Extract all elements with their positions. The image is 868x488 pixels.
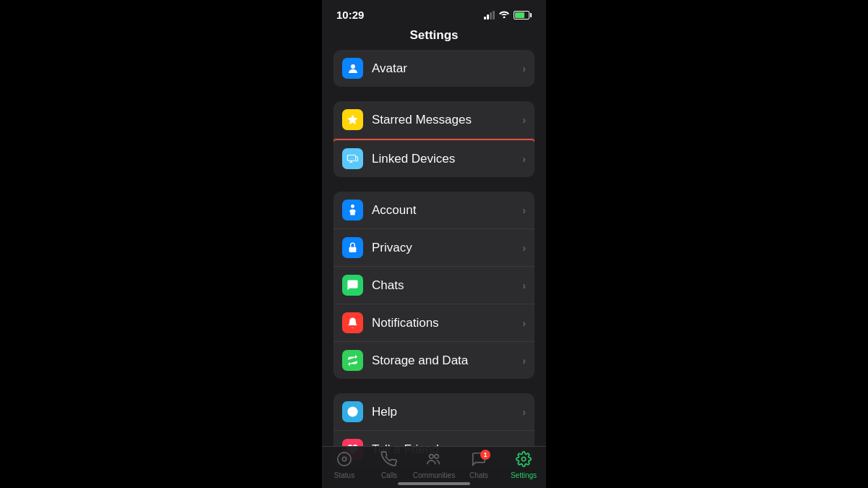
settings-row-avatar[interactable]: Avatar › — [333, 50, 535, 87]
chats-badge: 1 — [480, 450, 490, 460]
section-messages: Starred Messages › Linked Devices › — [333, 101, 535, 177]
status-time: 10:29 — [336, 9, 364, 21]
status-icons — [484, 9, 532, 20]
privacy-chevron: › — [522, 242, 526, 254]
settings-row-help[interactable]: i Help › — [333, 393, 535, 431]
svg-point-10 — [435, 455, 439, 459]
storage-data-label: Storage and Data — [372, 354, 522, 368]
settings-row-notifications[interactable]: Notifications › — [333, 304, 535, 342]
svg-rect-4 — [349, 247, 357, 252]
battery-icon — [514, 11, 532, 20]
svg-point-9 — [430, 455, 434, 459]
chats-icon-box — [342, 275, 363, 296]
settings-row-privacy[interactable]: Privacy › — [333, 229, 535, 267]
tab-calls[interactable]: Calls — [367, 451, 412, 479]
privacy-icon-box — [342, 237, 363, 258]
svg-point-8 — [342, 457, 346, 461]
section-avatar: Avatar › — [333, 50, 535, 87]
linked-devices-icon-box — [342, 148, 363, 169]
notifications-icon-box — [342, 312, 363, 333]
phone-screen: 10:29 Settings — [322, 0, 546, 488]
starred-messages-label: Starred Messages — [372, 113, 522, 127]
tab-status[interactable]: Status — [322, 451, 367, 479]
linked-devices-label: Linked Devices — [372, 152, 522, 166]
chats-label: Chats — [372, 278, 522, 293]
avatar-label: Avatar — [372, 61, 522, 76]
settings-row-linked-devices[interactable]: Linked Devices › — [333, 139, 535, 177]
help-label: Help — [372, 405, 522, 419]
avatar-icon-box — [342, 58, 363, 79]
tab-communities-label: Communities — [413, 471, 455, 479]
help-icon-box: i — [342, 401, 363, 422]
wifi-icon — [498, 9, 510, 20]
notifications-label: Notifications — [372, 316, 522, 330]
linked-devices-chevron: › — [522, 153, 526, 165]
starred-messages-chevron: › — [522, 114, 526, 126]
tab-settings-label: Settings — [511, 471, 537, 479]
storage-data-icon-box — [342, 350, 363, 371]
status-bar: 10:29 — [322, 0, 546, 24]
starred-messages-icon-box — [342, 109, 363, 130]
privacy-label: Privacy — [372, 241, 522, 255]
svg-text:i: i — [352, 408, 354, 416]
svg-point-7 — [338, 453, 351, 466]
svg-rect-1 — [347, 155, 355, 161]
tab-settings[interactable]: Settings — [501, 451, 546, 479]
svg-point-11 — [522, 457, 526, 461]
home-indicator — [398, 482, 470, 485]
storage-data-chevron: › — [522, 355, 526, 367]
svg-point-0 — [351, 64, 355, 69]
tab-status-label: Status — [334, 471, 354, 479]
settings-row-account[interactable]: Account › — [333, 192, 535, 229]
page-header: Settings — [322, 24, 546, 50]
tab-calls-label: Calls — [381, 471, 397, 479]
tab-communities[interactable]: Communities — [412, 451, 456, 479]
tab-chats[interactable]: 1 Chats — [456, 451, 501, 479]
account-label: Account — [372, 203, 522, 218]
section-settings: Account › Privacy › C — [333, 192, 535, 379]
settings-row-storage-data[interactable]: Storage and Data › — [333, 342, 535, 379]
account-icon-box — [342, 200, 363, 221]
settings-row-chats[interactable]: Chats › — [333, 267, 535, 304]
page-title: Settings — [409, 28, 458, 42]
help-chevron: › — [522, 406, 526, 418]
settings-row-starred-messages[interactable]: Starred Messages › — [333, 101, 535, 139]
scroll-content: Avatar › Starred Messages › — [322, 50, 546, 488]
chats-chevron: › — [522, 280, 526, 291]
signal-icon — [484, 11, 495, 20]
tab-chats-label: Chats — [469, 471, 488, 479]
account-chevron: › — [522, 205, 526, 216]
avatar-chevron: › — [522, 63, 526, 74]
notifications-chevron: › — [522, 317, 526, 329]
